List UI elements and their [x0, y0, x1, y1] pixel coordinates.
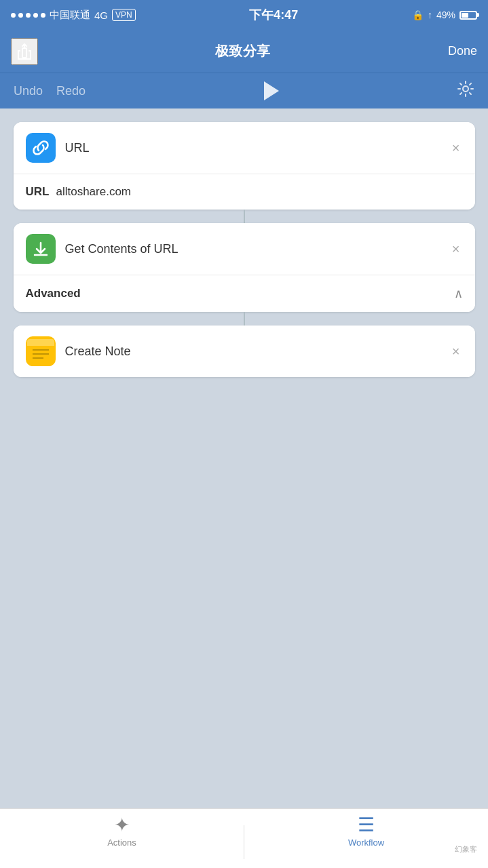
nav-bar: 极致分享 Done	[0, 30, 488, 73]
svg-rect-0	[22, 48, 26, 58]
get-contents-action-icon	[26, 234, 56, 264]
get-contents-close-button[interactable]: ×	[449, 239, 463, 260]
url-action-title: URL	[65, 141, 440, 155]
status-time: 下午4:47	[249, 7, 298, 23]
url-row: URL alltoshare.com	[26, 185, 463, 199]
vpn-badge: VPN	[112, 9, 136, 21]
create-note-action-icon	[26, 336, 56, 366]
watermark: 幻象客	[455, 844, 477, 854]
connector-1	[244, 210, 245, 223]
create-note-action-card: Create Note ×	[14, 326, 475, 377]
status-right: 🔒 ↑ 49%	[412, 9, 477, 20]
signal-dots	[11, 13, 45, 18]
status-bar: 中国联通 4G VPN 下午4:47 🔒 ↑ 49%	[0, 0, 488, 30]
workflow-tab-icon: ☰	[358, 816, 375, 835]
advanced-row: Advanced ∧	[26, 286, 463, 301]
create-note-action-title: Create Note	[65, 344, 440, 359]
url-field-value[interactable]: alltoshare.com	[56, 185, 131, 199]
network-type: 4G	[94, 9, 108, 21]
chevron-up-icon[interactable]: ∧	[454, 286, 463, 301]
create-note-action-header: Create Note ×	[14, 326, 475, 377]
tab-actions[interactable]: ✦ Actions	[0, 816, 244, 848]
get-contents-action-card: Get Contents of URL × Advanced ∧	[14, 223, 475, 312]
battery-icon	[459, 11, 477, 20]
url-action-icon	[26, 133, 56, 163]
url-action-header: URL ×	[14, 122, 475, 174]
advanced-label: Advanced	[26, 287, 81, 300]
tab-workflow[interactable]: ☰ Workflow	[244, 816, 488, 848]
battery-percent: 49%	[436, 9, 455, 20]
lock-icon: 🔒	[412, 9, 424, 20]
get-contents-action-body: Advanced ∧	[14, 275, 475, 312]
connector-2	[244, 312, 245, 326]
workflow-canvas: URL × URL alltoshare.com Get Contents of…	[0, 108, 488, 808]
location-icon: ↑	[428, 9, 432, 20]
url-action-card: URL × URL alltoshare.com	[14, 122, 475, 210]
page-title: 极致分享	[215, 42, 271, 60]
url-field-label: URL	[26, 185, 50, 199]
actions-tab-label: Actions	[107, 837, 136, 848]
toolbar: Undo Redo	[0, 73, 488, 108]
svg-point-1	[463, 86, 468, 92]
undo-button[interactable]: Undo	[14, 84, 43, 98]
share-button[interactable]	[11, 38, 38, 65]
toolbar-spacer	[99, 81, 443, 100]
done-button[interactable]: Done	[448, 44, 477, 58]
get-contents-action-header: Get Contents of URL ×	[14, 223, 475, 275]
status-left: 中国联通 4G VPN	[11, 9, 136, 22]
actions-tab-icon: ✦	[114, 816, 130, 835]
tab-bar: ✦ Actions ☰ Workflow 幻象客	[0, 808, 488, 868]
get-contents-action-title: Get Contents of URL	[65, 242, 440, 256]
svg-rect-4	[27, 343, 54, 346]
url-action-body: URL alltoshare.com	[14, 174, 475, 210]
workflow-tab-label: Workflow	[348, 837, 384, 848]
settings-button[interactable]	[457, 80, 474, 102]
url-close-button[interactable]: ×	[449, 138, 463, 159]
create-note-close-button[interactable]: ×	[449, 341, 463, 362]
carrier-label: 中国联通	[50, 9, 90, 22]
redo-button[interactable]: Redo	[56, 84, 86, 98]
play-button[interactable]	[264, 81, 279, 100]
